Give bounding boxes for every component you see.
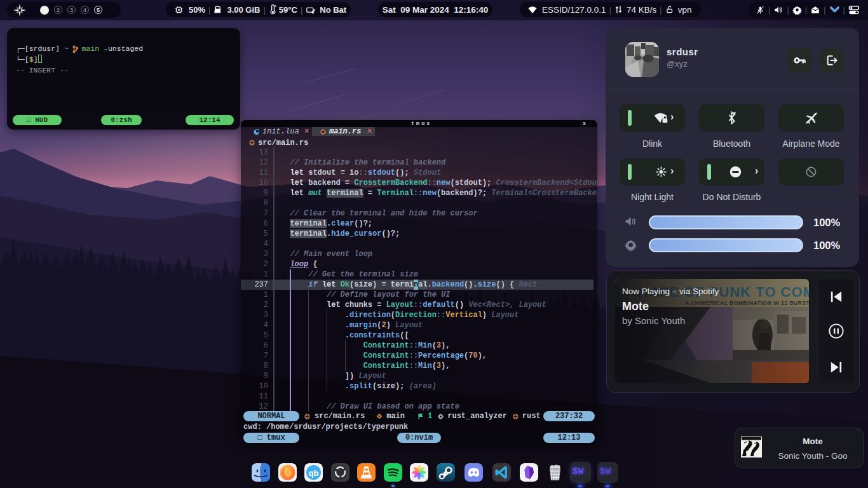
svg-text:qb: qb — [309, 468, 319, 478]
